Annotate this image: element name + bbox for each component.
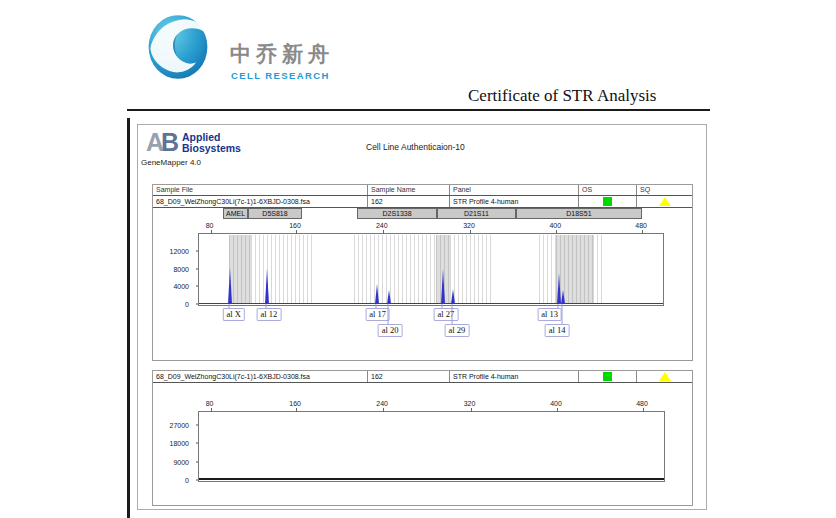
vendor-name-line2: Biosystems	[182, 143, 241, 154]
x-tick-label: 480	[636, 400, 648, 407]
electropherogram-panel-1: Sample File Sample Name Panel OS SQ 68_D…	[152, 184, 693, 361]
x-tick-label: 240	[376, 400, 388, 407]
ab-mark-b: B	[161, 128, 176, 156]
x-tick-mark	[211, 408, 212, 412]
y-tick-label: 8000	[173, 265, 189, 272]
x-tick-label: 400	[549, 222, 561, 229]
os-cell	[579, 196, 637, 207]
x-tick-mark	[471, 408, 472, 412]
brand-name-english: CELL RESEARCH	[231, 70, 330, 81]
vendor-name: Applied Biosystems	[182, 132, 241, 153]
x-tick-label: 240	[376, 222, 388, 229]
sample-table: Sample File Sample Name Panel OS SQ 68_D…	[153, 185, 692, 208]
x-tick-mark	[643, 408, 644, 412]
allele-call-labels: al Xal 12al 17al 20al 27al 29al 13al 14	[198, 304, 662, 344]
os-pass-icon	[603, 372, 612, 381]
x-tick-label: 160	[289, 400, 301, 407]
col-header-panel: Panel	[450, 185, 579, 195]
company-logo: 中乔新舟 CELL RESEARCH	[148, 14, 408, 86]
sample-file-cell: 68_D09_WeiZhongC30Li(7c-1)1-6XBJD-0308.f…	[153, 196, 368, 207]
y-tick-label: 0	[185, 301, 189, 308]
electropherogram-panel-2: 68_D09_WeiZhongC30Li(7c-1)1-6XBJD-0308.f…	[152, 370, 693, 506]
y-tick-label: 0	[185, 477, 189, 484]
os-cell	[579, 371, 637, 382]
x-axis-ticks: 80160240320400480	[198, 400, 663, 409]
allele-bin-band	[450, 235, 493, 303]
allele-label: al 13	[537, 308, 562, 321]
sample-file-cell: 68_D09_WeiZhongC30Li(7c-1)1-6XBJD-0308.f…	[153, 371, 368, 382]
x-tick-label: 160	[289, 222, 301, 229]
os-pass-icon	[603, 197, 612, 206]
allele-label: al 29	[445, 324, 470, 337]
allele-label: al X	[223, 308, 245, 321]
allele-bin-band	[251, 235, 315, 303]
sq-cell	[637, 371, 692, 382]
y-tick-label: 18000	[170, 440, 189, 447]
peak-al-14	[561, 290, 565, 304]
x-tick-label: 320	[463, 222, 475, 229]
sq-cell	[637, 196, 692, 207]
x-tick-mark	[383, 408, 384, 412]
peak-al-12	[265, 269, 269, 304]
x-tick-label: 400	[550, 400, 562, 407]
sq-warning-icon	[659, 197, 671, 206]
panel-cell: STR Profile 4-human	[450, 196, 579, 207]
allele-label: al 20	[378, 324, 403, 337]
y-axis-labels: 270001800090000	[153, 411, 195, 480]
allele-bin-band	[593, 235, 603, 303]
peak-al-29	[451, 289, 455, 304]
col-header-sample-file: Sample File	[153, 185, 368, 195]
allele-connector-line	[387, 304, 388, 324]
x-tick-mark	[556, 230, 557, 234]
peak-al-27	[441, 269, 445, 304]
allele-connector-line	[561, 304, 562, 324]
trace-baseline	[199, 478, 664, 480]
x-tick-label: 80	[206, 400, 214, 407]
marker-d18s51: D18S51	[516, 208, 642, 219]
x-tick-mark	[383, 230, 384, 234]
certificate-title: Certificate of STR Analysis	[468, 86, 656, 106]
allele-bin-band	[354, 235, 436, 303]
allele-label: al 27	[433, 308, 458, 321]
marker-d5s818: D5S818	[248, 208, 302, 219]
allele-label: al 17	[365, 308, 390, 321]
sq-warning-icon	[659, 372, 671, 381]
sample-name-cell: 162	[368, 196, 450, 207]
y-axis-labels: 12000800040000	[153, 233, 195, 304]
sample-table-2: 68_D09_WeiZhongC30Li(7c-1)1-6XBJD-0308.f…	[153, 371, 692, 383]
y-tick-label: 27000	[170, 422, 189, 429]
x-tick-mark	[557, 408, 558, 412]
allele-label: al 12	[257, 308, 282, 321]
allele-label: al 14	[545, 324, 570, 337]
sample-name-cell: 162	[368, 371, 450, 382]
x-axis-ticks: 80160240320400480	[198, 222, 662, 231]
marker-amel: AMEL	[223, 208, 248, 219]
marker-bar: AMELD5S818D2S1338D21S11D18S51	[198, 208, 662, 220]
y-tick-label: 4000	[173, 283, 189, 290]
allele-bin-band	[229, 235, 251, 303]
brand-name-chinese: 中乔新舟	[230, 40, 334, 68]
panel-cell: STR Profile 4-human	[450, 371, 579, 382]
x-tick-mark	[211, 230, 212, 234]
allele-connector-line	[451, 304, 452, 324]
x-tick-label: 320	[464, 400, 476, 407]
x-tick-mark	[296, 408, 297, 412]
cell-research-sphere-icon	[148, 14, 208, 80]
peak-al-20	[387, 290, 391, 304]
software-version: GeneMapper 4.0	[141, 158, 201, 167]
electropherogram-plot[interactable]	[198, 233, 664, 306]
certificate-page: 中乔新舟 CELL RESEARCH Certificate of STR An…	[0, 0, 836, 518]
marker-d2s1338: D2S1338	[357, 208, 437, 219]
genemapper-report: AB Applied Biosystems GeneMapper 4.0 Cel…	[137, 124, 707, 510]
y-tick-label: 9000	[173, 458, 189, 465]
col-header-sample-name: Sample Name	[368, 185, 450, 195]
report-title: Cell Line Authenticaion-10	[366, 142, 465, 152]
electropherogram-plot[interactable]	[198, 411, 665, 482]
peak-al-17	[375, 284, 379, 304]
sample-row[interactable]: 68_D09_WeiZhongC30Li(7c-1)1-6XBJD-0308.f…	[153, 196, 692, 208]
x-tick-label: 80	[206, 222, 214, 229]
y-tick-label: 12000	[170, 247, 189, 254]
sample-row[interactable]: 68_D09_WeiZhongC30Li(7c-1)1-6XBJD-0308.f…	[153, 371, 692, 383]
applied-biosystems-logo-icon: AB	[146, 129, 176, 155]
marker-d21s11: D21S11	[437, 208, 516, 219]
